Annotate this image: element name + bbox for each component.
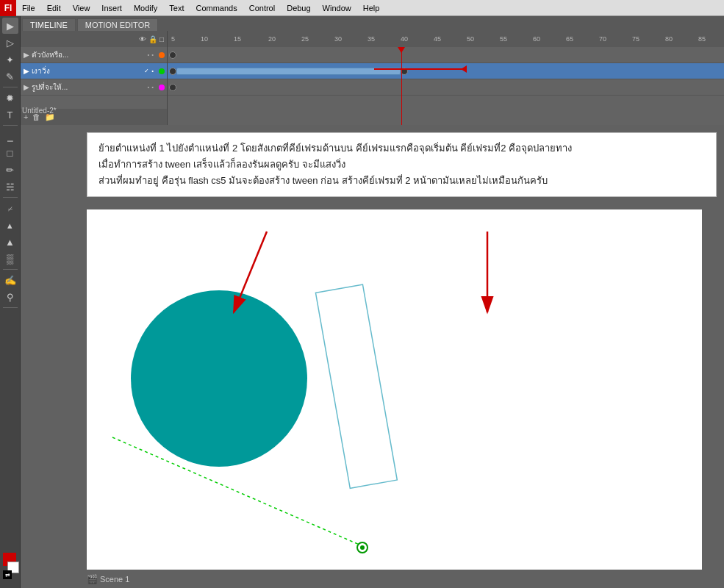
tool-brush[interactable]: ☵ [2,179,18,195]
keyframe-1-start [169,51,176,59]
tool-subselect[interactable]: ▷ [2,35,18,51]
tool-rect[interactable]: □ [2,145,18,161]
layer-row-2[interactable]: ▶ เงาวิ่ง ✓ • [21,63,167,79]
tool-hand[interactable]: ✍ [2,272,18,288]
frame-track-2[interactable] [168,63,724,79]
frame-num-65: 65 [566,35,573,43]
menu-help[interactable]: Help [357,2,386,14]
svg-line-1 [234,232,267,312]
timeline-header-row: 👁 🔒 □ [21,31,167,47]
timeline-red-arrow [374,65,467,73]
menu-window[interactable]: Window [317,2,357,14]
timeline-panel: TIMELINE MOTION EDITOR 👁 🔒 □ ▶ ตัวบังหรื… [21,16,724,125]
tool-transform[interactable]: ✦ [2,51,18,68]
layer-1-lock[interactable]: • [151,51,154,58]
scene-label: 🎬 Scene 1 [87,574,129,584]
layer-2-color-dot [159,68,165,74]
menu-control[interactable]: Control [243,2,281,14]
tool-eyedropper[interactable]: ▲ [2,234,18,250]
layer-2-name: เงาวิ่ง [32,65,144,76]
layer-2-eye[interactable]: ✓ [144,68,149,74]
scene-icon: 🎬 [87,574,98,584]
frame-track-3[interactable] [168,79,724,96]
menu-view[interactable]: View [67,2,96,14]
frame-num-85: 85 [698,35,706,43]
motion-dot-inner [360,545,365,550]
tool-pencil[interactable]: ✏ [2,162,18,178]
layer-3-eye[interactable]: • [147,84,149,90]
main-layout: ▶ ▷ ✦ ✎ ✹ T ⎯ □ ✏ ☵ ⌿ ▴ ▲ ▒ ✍ ⚲ ⇄ TIMELI… [0,16,724,588]
tab-timeline[interactable]: TIMELINE [22,18,76,31]
tool-select[interactable]: ▶ [2,18,18,34]
tool-separator-1 [3,87,18,87]
eye-icon: 👁 [139,35,146,43]
right-area: TIMELINE MOTION EDITOR 👁 🔒 □ ▶ ตัวบังหรื… [21,16,724,588]
menu-edit[interactable]: Edit [41,2,67,14]
menu-commands[interactable]: Commands [190,2,243,14]
layer-2-expand-icon: ▶ [24,67,29,75]
layer-row-1[interactable]: ▶ ตัวบังหรือ... • • [21,47,167,63]
info-line-1: ย้ายตำแหน่งที่ 1 ไปยังตำแหน่งที่ 2 โดยสั… [98,140,705,157]
layer-3-lock[interactable]: • [151,84,154,90]
menu-items: File Edit View Insert Modify Text Comman… [16,2,385,14]
tool-pen[interactable]: ✎ [2,68,18,85]
frame-numbers: 5 10 15 20 25 30 35 40 45 50 55 60 65 70 [168,31,724,47]
stage-arrow-1 [219,228,278,325]
timeline-frames: 5 10 15 20 25 30 35 40 45 50 55 60 65 70 [168,31,724,125]
layer-1-name: ตัวบังหรือ... [32,49,147,60]
frame-num-70: 70 [599,35,606,43]
stage-arrow-2 [454,228,513,325]
menu-insert[interactable]: Insert [96,2,128,14]
layer-3-color-dot [159,85,165,90]
frame-num-45: 45 [434,35,441,43]
info-box: ย้ายตำแหน่งที่ 1 ไปยังตำแหน่งที่ 2 โดยสั… [87,132,717,197]
layer-row-3[interactable]: ▶ รูปที่จะให้... • • [21,79,167,96]
stage-svg [87,209,702,570]
frame-num-10: 10 [201,35,208,43]
layer-1-expand-icon: ▶ [24,51,29,59]
canvas-stage[interactable] [87,209,702,570]
tool-zoom[interactable]: ⚲ [2,289,18,305]
tool-separator-2 [3,125,18,126]
tool-separator-4 [3,269,18,270]
untitled-label: Untitled-2* [22,107,57,115]
frame-num-75: 75 [632,35,639,43]
layer-1-vis: • • [147,51,154,58]
lock-icon: 🔒 [148,35,157,43]
tab-motion-editor[interactable]: MOTION EDITOR [77,18,158,31]
frame-num-55: 55 [500,35,507,43]
playhead[interactable] [401,47,402,125]
layer-2-lock[interactable]: • [151,68,154,74]
frame-track-1[interactable] [168,47,724,63]
frame-num-20: 20 [268,35,276,43]
info-line-3: ส่วนที่ผมทำอยู่ คือรุ่น flash cs5 มันจะต… [98,173,705,189]
menu-debug[interactable]: Debug [281,2,316,14]
stage-area[interactable]: ย้ายตำแหน่งที่ 1 ไปยังตำแหน่งที่ 2 โดยสั… [21,125,724,588]
tool-freeform[interactable]: ⌿ [2,200,18,216]
frame-num-40: 40 [401,35,408,43]
layer-2-vis: ✓ • [144,68,154,74]
info-line-2: เมื่อทำการสร้าง tween เสร็จแล้วก็ลองรันผ… [98,157,705,173]
menu-modify[interactable]: Modify [128,2,163,14]
swap-colors-icon[interactable]: ⇄ [3,570,12,579]
menubar: Fl File Edit View Insert Modify Text Com… [0,0,724,16]
frame-num-15: 15 [234,35,241,43]
layer-3-expand-icon: ▶ [24,83,29,91]
frame-num-5: 5 [171,35,175,43]
tool-lasso[interactable]: ✹ [2,90,18,106]
layer-3-name: รูปที่จะให้... [32,82,147,93]
frame-num-60: 60 [533,35,540,43]
scene-name: Scene 1 [100,575,129,584]
menu-text[interactable]: Text [163,2,190,14]
tool-paint-bucket[interactable]: ▴ [2,217,18,233]
menu-file[interactable]: File [16,2,41,14]
frame-num-50: 50 [467,35,474,43]
tool-line[interactable]: ⎯ [2,128,18,144]
tool-separator-5 [3,307,18,308]
frame-num-25: 25 [301,35,309,43]
app-logo: Fl [0,0,16,16]
stage-rect[interactable] [315,284,397,488]
layer-1-eye[interactable]: • [147,51,149,58]
tool-eraser[interactable]: ▒ [2,251,18,267]
tool-text[interactable]: T [2,107,18,123]
